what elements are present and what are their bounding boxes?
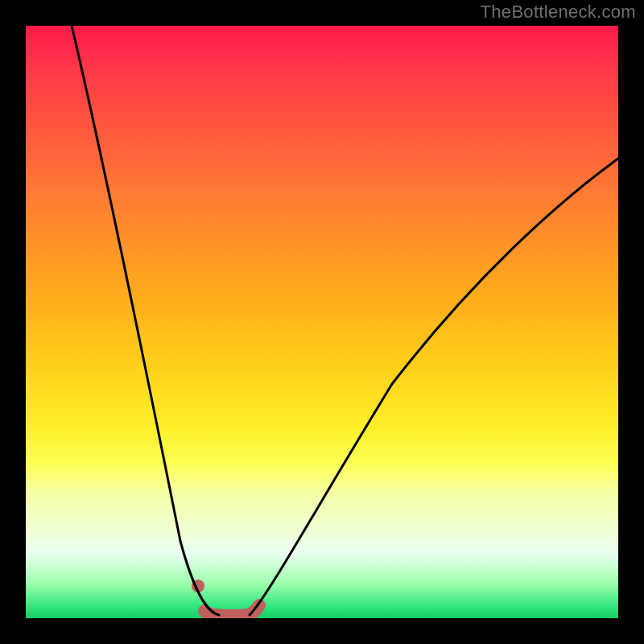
right-curve: [250, 159, 618, 615]
left-curve: [72, 26, 219, 615]
plot-area: [26, 26, 618, 618]
watermark-text: TheBottleneck.com: [481, 2, 636, 23]
outer-frame: TheBottleneck.com: [0, 0, 644, 644]
chart-svg: [26, 26, 618, 618]
